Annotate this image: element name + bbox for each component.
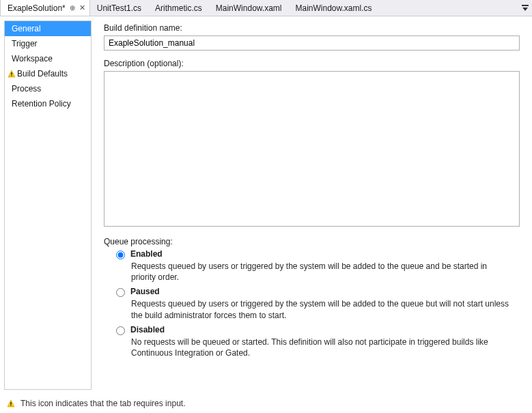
svg-rect-4 (10, 405, 11, 405)
build-definition-name-input[interactable] (104, 35, 520, 51)
queue-option-enabled[interactable]: Enabled (116, 249, 520, 259)
footer-hint: This icon indicates that the tab require… (0, 394, 532, 413)
sidebar-item-label: Process (12, 84, 41, 94)
footer-text: This icon indicates that the tab require… (20, 399, 185, 408)
queue-radio-disabled[interactable] (116, 326, 125, 335)
tab-overflow-button[interactable] (518, 0, 532, 16)
queue-option-desc: Requests queued by users or triggered by… (131, 298, 514, 320)
svg-rect-1 (11, 72, 12, 75)
sidebar-item-trigger[interactable]: Trigger (5, 36, 91, 51)
close-icon[interactable]: ✕ (79, 4, 85, 12)
sidebar: General Trigger Workspace Build Defaults… (4, 20, 92, 390)
queue-option-desc: Requests queued by users or triggered by… (131, 261, 514, 283)
warning-icon (8, 70, 16, 78)
tab-mainwindow-xaml[interactable]: MainWindow.xaml (209, 0, 289, 16)
queue-option-paused[interactable]: Paused (116, 287, 520, 297)
pin-icon[interactable]: ⊕ (70, 5, 75, 12)
sidebar-item-label: General (12, 24, 41, 33)
description-textarea[interactable] (104, 71, 520, 227)
content-panel: Build definition name: Description (opti… (92, 16, 532, 394)
sidebar-item-label: Trigger (12, 39, 38, 48)
sidebar-item-label: Retention Policy (12, 99, 71, 109)
sidebar-item-label: Workspace (12, 54, 53, 63)
body-area: General Trigger Workspace Build Defaults… (0, 16, 532, 394)
tab-label: MainWindow.xaml (216, 3, 282, 13)
svg-rect-0 (522, 5, 529, 6)
document-tabs-bar: ExapleSolution* ⊕ ✕ UnitTest1.cs Arithme… (0, 0, 532, 16)
tab-unittest1[interactable]: UnitTest1.cs (90, 0, 148, 16)
svg-rect-2 (11, 75, 12, 76)
sidebar-item-retention-policy[interactable]: Retention Policy (5, 96, 91, 111)
queue-processing-label: Queue processing: (104, 237, 520, 246)
warning-icon (7, 399, 15, 408)
queue-option-title: Enabled (130, 249, 163, 259)
svg-rect-3 (10, 402, 11, 405)
queue-option-desc: No requests will be queued or started. T… (131, 337, 514, 358)
sidebar-item-label: Build Defaults (17, 69, 68, 79)
sidebar-item-workspace[interactable]: Workspace (5, 51, 91, 66)
tab-arithmetic[interactable]: Arithmetic.cs (148, 0, 209, 16)
tab-label: ExapleSolution* (8, 3, 66, 13)
queue-option-title: Disabled (130, 325, 165, 334)
tab-label: Arithmetic.cs (155, 3, 202, 13)
sidebar-item-process[interactable]: Process (5, 81, 91, 96)
description-label: Description (optional): (104, 59, 520, 68)
queue-option-disabled[interactable]: Disabled (116, 325, 520, 335)
name-label: Build definition name: (104, 23, 520, 33)
overflow-icon (522, 5, 529, 12)
tab-exaplesolution[interactable]: ExapleSolution* ⊕ ✕ (0, 0, 90, 16)
tab-label: UnitTest1.cs (97, 3, 141, 13)
tab-label: MainWindow.xaml.cs (295, 3, 372, 13)
queue-option-title: Paused (130, 287, 160, 296)
sidebar-item-general[interactable]: General (5, 21, 91, 36)
queue-radio-enabled[interactable] (116, 251, 125, 259)
queue-radio-paused[interactable] (116, 288, 125, 297)
sidebar-item-build-defaults[interactable]: Build Defaults (5, 66, 91, 81)
tab-mainwindow-xaml-cs[interactable]: MainWindow.xaml.cs (288, 0, 378, 16)
